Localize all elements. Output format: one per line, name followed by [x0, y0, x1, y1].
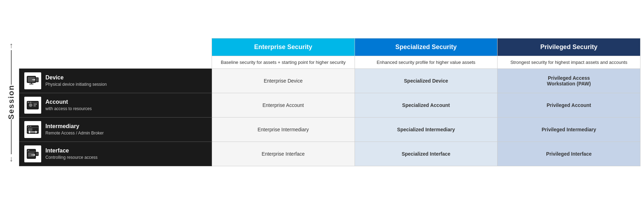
security-table: Enterprise Security Specialized Security… — [19, 38, 640, 166]
label-cell-account: Account with access to resources — [19, 93, 212, 117]
row-text-block-intermediary: Intermediary Remote Access / Admin Broke… — [45, 123, 104, 136]
header-row: Enterprise Security Specialized Security… — [19, 38, 640, 56]
row-title-intermediary: Intermediary — [45, 123, 104, 130]
row-label-inner-interface: Interface Controlling resource access — [24, 145, 207, 162]
row-text-block-interface: Interface Controlling resource access — [45, 148, 98, 160]
table-row-device: Device Physical device initiating sessio… — [19, 68, 640, 93]
enterprise-subtitle: Baseline security for assets + starting … — [221, 60, 345, 65]
svg-rect-1 — [28, 77, 35, 82]
svg-point-10 — [29, 103, 32, 107]
session-label-column: ↑ Session ↓ — [4, 38, 19, 166]
privileged-subtitle-cell: Strongest security for highest impact as… — [498, 56, 640, 68]
privileged-cell-account: Privileged Account — [498, 93, 640, 117]
row-subtitle-intermediary: Remote Access / Admin Broker — [45, 131, 104, 136]
row-icon-device — [24, 72, 41, 89]
header-privileged: Privileged Security — [498, 38, 640, 56]
svg-rect-28 — [36, 152, 38, 156]
enterprise-title: Enterprise Security — [254, 43, 312, 50]
row-label-inner-account: Account with access to resources — [24, 97, 207, 114]
row-text-block-account: Account with access to resources — [45, 99, 92, 111]
svg-rect-19 — [28, 128, 32, 131]
header-specialized: Specialized Security — [355, 38, 498, 56]
enterprise-cell-intermediary: Enterprise Intermediary — [212, 117, 355, 142]
svg-rect-15 — [30, 102, 31, 102]
main-table-container: Enterprise Security Specialized Security… — [19, 38, 640, 166]
subtitle-label-empty — [19, 56, 212, 68]
label-cell-interface: Interface Controlling resource access — [19, 142, 212, 166]
enterprise-cell-interface: Enterprise Interface — [212, 142, 355, 166]
row-subtitle-device: Physical device initiating session — [45, 82, 107, 87]
row-subtitle-interface: Controlling resource access — [45, 155, 98, 160]
row-title-device: Device — [45, 74, 107, 81]
table-row-intermediary: Intermediary Remote Access / Admin Broke… — [19, 117, 640, 142]
session-arrow-up-icon: ↑ — [10, 41, 13, 50]
privileged-cell-interface: Privileged Interface — [498, 142, 640, 166]
session-line — [11, 50, 12, 85]
row-text-block-device: Device Physical device initiating sessio… — [45, 74, 107, 87]
session-label-text: Session — [7, 85, 16, 119]
enterprise-subtitle-cell: Baseline security for assets + starting … — [212, 56, 355, 68]
session-line-2 — [11, 119, 12, 154]
row-label-inner-intermediary: Intermediary Remote Access / Admin Broke… — [24, 121, 207, 138]
svg-rect-25 — [28, 152, 35, 157]
session-arrow-down-icon: ↓ — [10, 154, 13, 163]
privileged-subtitle: Strongest security for highest impact as… — [510, 60, 627, 65]
row-title-account: Account — [45, 99, 92, 105]
privileged-cell-intermediary: Privileged Intermediary — [498, 117, 640, 142]
specialized-cell-device: Specialized Device — [355, 68, 498, 93]
row-icon-account — [24, 97, 41, 114]
specialized-subtitle-cell: Enhanced security profile for higher val… — [355, 56, 498, 68]
svg-rect-11 — [33, 104, 37, 104]
svg-rect-3 — [29, 84, 33, 84]
table-row-interface: Interface Controlling resource access En… — [19, 142, 640, 166]
label-cell-device: Device Physical device initiating sessio… — [19, 68, 212, 93]
page-container: ↑ Session ↓ Enterprise Security — [4, 38, 640, 166]
specialized-subtitle: Enhanced security profile for higher val… — [377, 60, 475, 65]
header-enterprise: Enterprise Security — [212, 38, 355, 56]
specialized-title: Specialized Security — [395, 43, 457, 50]
label-cell-intermediary: Intermediary Remote Access / Admin Broke… — [19, 117, 212, 142]
row-title-interface: Interface — [45, 148, 98, 154]
row-icon-interface — [24, 145, 41, 162]
header-label-empty — [19, 38, 212, 56]
table-row-account: Account with access to resources Enterpr… — [19, 93, 640, 117]
privileged-cell-device: Privileged AccessWorkstation (PAW) — [498, 68, 640, 93]
privileged-title: Privileged Security — [540, 43, 598, 50]
enterprise-cell-device: Enterprise Device — [212, 68, 355, 93]
specialized-cell-account: Specialized Account — [355, 93, 498, 117]
subtitle-row: Baseline security for assets + starting … — [19, 56, 640, 68]
row-subtitle-account: with access to resources — [45, 106, 92, 111]
enterprise-cell-account: Enterprise Account — [212, 93, 355, 117]
svg-rect-12 — [33, 106, 36, 106]
specialized-cell-interface: Specialized Interface — [355, 142, 498, 166]
specialized-cell-intermediary: Specialized Intermediary — [355, 117, 498, 142]
row-icon-intermediary — [24, 121, 41, 138]
svg-rect-14 — [28, 102, 29, 102]
row-label-inner-device: Device Physical device initiating sessio… — [24, 72, 207, 89]
